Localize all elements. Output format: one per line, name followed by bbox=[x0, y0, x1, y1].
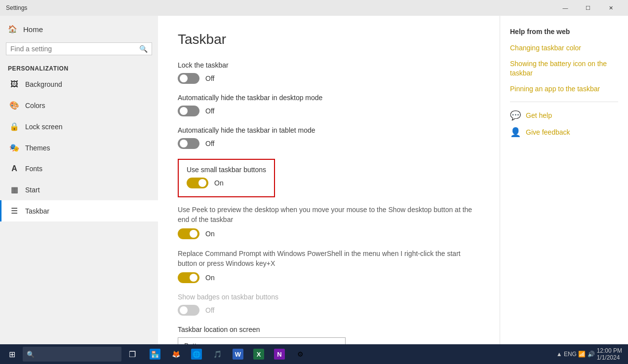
setting-badges: Show badges on taskbar buttons Off bbox=[178, 293, 480, 316]
get-help-action[interactable]: 💬 Get help bbox=[510, 110, 618, 121]
hide-tablet-label: Automatically hide the taskbar in tablet… bbox=[178, 126, 480, 134]
taskbar-app-itunes[interactable]: 🎵 bbox=[207, 344, 227, 364]
small-buttons-row: On bbox=[187, 178, 266, 188]
powershell-label: Replace Command Prompt with Windows Powe… bbox=[178, 249, 474, 268]
taskbar-app-store[interactable]: 🏪 bbox=[145, 344, 165, 364]
help-link-0[interactable]: Changing taskbar color bbox=[510, 43, 618, 53]
peek-label: Use Peek to preview the desktop when you… bbox=[178, 205, 474, 224]
lock-taskbar-state: Off bbox=[205, 74, 214, 82]
powershell-toggle[interactable] bbox=[178, 272, 199, 283]
sidebar-item-label: Taskbar bbox=[25, 207, 49, 215]
right-panel: Help from the web Changing taskbar color… bbox=[500, 16, 628, 344]
setting-lock-taskbar: Lock the taskbar Off bbox=[178, 61, 480, 84]
sidebar-item-home[interactable]: 🏠 Home bbox=[0, 20, 158, 38]
home-label: Home bbox=[23, 25, 43, 34]
sidebar-item-taskbar[interactable]: ☰ Taskbar bbox=[0, 200, 158, 221]
help-link-2[interactable]: Pinning an app to the taskbar bbox=[510, 84, 618, 94]
taskbar-app-word[interactable]: W bbox=[228, 344, 248, 364]
sidebar-item-label: Fonts bbox=[25, 165, 42, 173]
sidebar-section-label: Personalization bbox=[0, 59, 158, 74]
taskbar-app-firefox[interactable]: 🦊 bbox=[166, 344, 186, 364]
clock: 12:00 PM1/1/2024 bbox=[597, 347, 622, 361]
search-icon: 🔍 bbox=[139, 45, 148, 53]
start-icon: ▦ bbox=[9, 185, 19, 194]
sidebar-item-label: Start bbox=[25, 186, 40, 194]
hide-desktop-toggle[interactable] bbox=[178, 106, 199, 116]
taskbar-app-onenote[interactable]: N bbox=[270, 344, 289, 364]
peek-state: On bbox=[205, 230, 215, 238]
powershell-state: On bbox=[205, 274, 215, 282]
sidebar: 🏠 Home 🔍 Personalization 🖼 Background 🎨 … bbox=[0, 16, 158, 344]
setting-peek: Use Peek to preview the desktop when you… bbox=[178, 205, 480, 239]
lock-taskbar-row: Off bbox=[178, 73, 480, 84]
window-controls: — ☐ ✕ bbox=[554, 0, 622, 16]
badges-row: Off bbox=[178, 305, 480, 316]
give-feedback-action[interactable]: 👤 Give feedback bbox=[510, 127, 618, 138]
app-body: 🏠 Home 🔍 Personalization 🖼 Background 🎨 … bbox=[0, 16, 628, 344]
badges-state: Off bbox=[205, 306, 214, 314]
badges-toggle bbox=[178, 305, 199, 316]
themes-icon: 🎭 bbox=[9, 143, 19, 152]
hide-desktop-row: Off bbox=[178, 106, 480, 116]
taskbar-location-label: Taskbar location on screen bbox=[178, 326, 480, 333]
app-title: Settings bbox=[6, 4, 27, 11]
hide-tablet-toggle[interactable] bbox=[178, 138, 199, 149]
main-content: Taskbar Lock the taskbar Off Automatical… bbox=[158, 16, 500, 344]
taskbar-app-edge[interactable]: 🌐 bbox=[187, 344, 206, 364]
sidebar-item-themes[interactable]: 🎭 Themes bbox=[0, 137, 158, 158]
sidebar-item-fonts[interactable]: A Fonts bbox=[0, 158, 158, 179]
setting-powershell: Replace Command Prompt with Windows Powe… bbox=[178, 249, 480, 283]
help-title: Help from the web bbox=[510, 28, 618, 36]
get-help-label[interactable]: Get help bbox=[526, 111, 552, 119]
search-input[interactable] bbox=[10, 45, 139, 53]
give-feedback-label[interactable]: Give feedback bbox=[526, 128, 570, 136]
sidebar-item-start[interactable]: ▦ Start bbox=[0, 179, 158, 200]
help-link-1[interactable]: Showing the battery icon on the taskbar bbox=[510, 59, 618, 78]
onenote-icon: N bbox=[274, 349, 285, 360]
lock-taskbar-toggle[interactable] bbox=[178, 73, 199, 84]
taskbar-location-dropdown[interactable]: Bottom ▾ bbox=[178, 337, 346, 344]
store-icon: 🏪 bbox=[150, 349, 160, 360]
firefox-icon: 🦊 bbox=[170, 349, 181, 360]
sidebar-item-lock-screen[interactable]: 🔒 Lock screen bbox=[0, 116, 158, 137]
setting-hide-desktop: Automatically hide the taskbar in deskto… bbox=[178, 94, 480, 116]
setting-small-buttons-highlight: Use small taskbar buttons On bbox=[178, 159, 275, 197]
peek-row: On bbox=[178, 228, 480, 239]
titlebar: Settings — ☐ ✕ bbox=[0, 0, 628, 16]
hide-desktop-label: Automatically hide the taskbar in deskto… bbox=[178, 94, 480, 102]
small-buttons-toggle[interactable] bbox=[187, 178, 208, 188]
page-title: Taskbar bbox=[178, 32, 480, 47]
edge-icon: 🌐 bbox=[191, 349, 202, 360]
lock-icon: 🔒 bbox=[9, 122, 19, 131]
fonts-icon: A bbox=[9, 164, 19, 173]
word-icon: W bbox=[233, 349, 243, 360]
peek-toggle[interactable] bbox=[178, 228, 199, 239]
hide-tablet-row: Off bbox=[178, 138, 480, 149]
setting-taskbar-location: Taskbar location on screen Bottom ▾ bbox=[178, 326, 480, 344]
close-button[interactable]: ✕ bbox=[599, 0, 622, 16]
hide-tablet-state: Off bbox=[205, 140, 214, 147]
sidebar-item-label: Themes bbox=[25, 144, 50, 152]
give-feedback-icon: 👤 bbox=[510, 127, 521, 138]
colors-icon: 🎨 bbox=[9, 101, 19, 110]
taskbar-search[interactable]: 🔍 bbox=[23, 347, 121, 362]
sidebar-item-label: Colors bbox=[25, 102, 45, 109]
sidebar-item-label: Lock screen bbox=[25, 123, 62, 131]
windows-taskbar: ⊞ 🔍 ❐ 🏪 🦊 🌐 🎵 W X N ⚙ ▲ ENG 📶 🔊 12:0 bbox=[0, 344, 628, 364]
taskbar-app-settings[interactable]: ⚙ bbox=[290, 344, 310, 364]
sidebar-item-colors[interactable]: 🎨 Colors bbox=[0, 95, 158, 116]
start-button[interactable]: ⊞ bbox=[2, 344, 22, 364]
powershell-row: On bbox=[178, 272, 480, 283]
sidebar-item-label: Background bbox=[25, 80, 62, 88]
taskbar-app-excel[interactable]: X bbox=[249, 344, 269, 364]
lock-taskbar-label: Lock the taskbar bbox=[178, 61, 480, 69]
search-box[interactable]: 🔍 bbox=[6, 42, 152, 55]
maximize-button[interactable]: ☐ bbox=[577, 0, 599, 16]
taskbar-search-icon: 🔍 bbox=[27, 351, 35, 358]
hide-desktop-state: Off bbox=[205, 107, 214, 115]
help-divider bbox=[510, 102, 618, 102]
minimize-button[interactable]: — bbox=[554, 0, 577, 16]
sidebar-item-background[interactable]: 🖼 Background bbox=[0, 74, 158, 95]
small-buttons-state: On bbox=[214, 179, 224, 187]
task-view-button[interactable]: ❐ bbox=[122, 344, 142, 364]
